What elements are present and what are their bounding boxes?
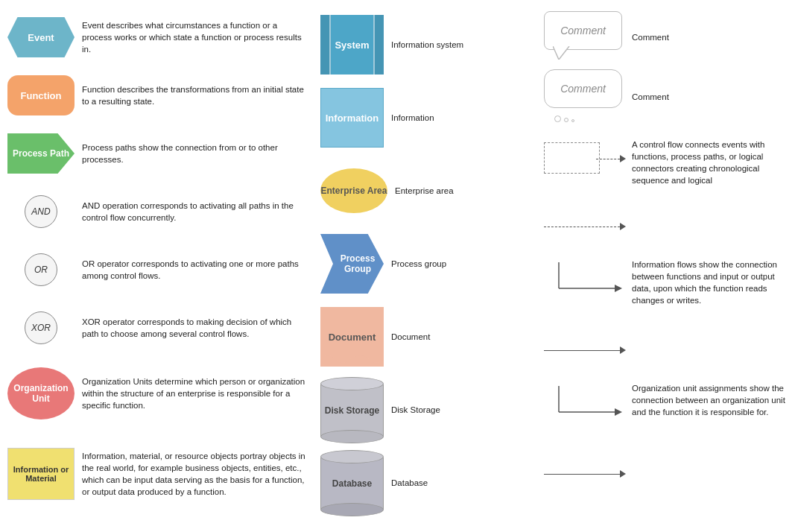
information-row: Information Information bbox=[320, 84, 529, 151]
info-flow-svg bbox=[544, 259, 626, 303]
system-row: System Information system bbox=[320, 11, 529, 78]
xor-row: XOR XOR operator corresponds to making d… bbox=[7, 302, 305, 354]
comment1-bubble: Comment bbox=[544, 11, 622, 50]
info-flow2-line bbox=[544, 350, 620, 351]
org-flow-shape-container bbox=[544, 382, 626, 427]
system-shape-container: System bbox=[320, 15, 384, 75]
database-top bbox=[320, 450, 384, 463]
function-shape: Function bbox=[7, 75, 75, 115]
process-group-shape-container: Process Group bbox=[320, 234, 384, 294]
comment2-bubble: Comment bbox=[544, 69, 622, 108]
disk-label: Disk Storage bbox=[391, 405, 440, 414]
comment1-tail-icon bbox=[553, 46, 575, 60]
disk-bottom bbox=[320, 430, 384, 443]
dashed-arrow-container bbox=[544, 223, 626, 230]
function-row: Function Function describes the transfor… bbox=[7, 69, 305, 121]
comment2-desc: Comment bbox=[632, 91, 669, 103]
disk-top bbox=[320, 377, 384, 390]
dot-medium bbox=[564, 118, 568, 122]
col3: Comment Comment Comment Comment bbox=[536, 7, 795, 520]
information-shape: Information bbox=[320, 88, 384, 148]
info-flow-desc: Information flows show the connection be… bbox=[632, 259, 788, 306]
or-row: OR OR operator corresponds to activating… bbox=[7, 244, 305, 296]
org-unit-row: Organization Unit Organization Units det… bbox=[7, 360, 305, 427]
or-desc: OR operator corresponds to activating on… bbox=[82, 258, 305, 282]
org-flow-arrowhead-icon bbox=[615, 408, 622, 416]
process-path-row: Process Path Process paths show the conn… bbox=[7, 127, 305, 180]
xor-shape-container: XOR bbox=[7, 311, 75, 344]
org-flow2-arrowhead-icon bbox=[620, 470, 626, 478]
org-flow-row: Organization unit assignments show the c… bbox=[544, 379, 788, 446]
dashed-arrow-row bbox=[544, 204, 788, 249]
document-label: Document bbox=[391, 332, 430, 341]
xor-desc: XOR operator corresponds to making decis… bbox=[82, 316, 305, 340]
database-shape: Database bbox=[320, 449, 384, 516]
org-flow-svg bbox=[544, 382, 626, 427]
dot-large bbox=[554, 115, 561, 122]
database-shape-container: Database bbox=[320, 449, 384, 516]
enterprise-shape: Enterprise Area bbox=[320, 168, 387, 213]
col2: System Information system Information In… bbox=[313, 7, 536, 520]
org-flow2-line bbox=[544, 474, 620, 475]
dashed-arrow-line bbox=[544, 227, 620, 227]
control-flow-box bbox=[544, 142, 600, 174]
document-shape: Document bbox=[320, 307, 384, 367]
function-shape-container: Function bbox=[7, 75, 75, 115]
comment1-desc: Comment bbox=[632, 31, 669, 43]
control-flow-arrowhead-icon bbox=[620, 155, 626, 162]
info-flow2-arrowhead-icon bbox=[620, 346, 626, 354]
org-flow2-row bbox=[544, 452, 788, 496]
legend-page: Event Event describes what circumstances… bbox=[0, 0, 795, 528]
information-shape-container: Information bbox=[320, 88, 384, 148]
document-shape-container: Document bbox=[320, 307, 384, 367]
disk-body: Disk Storage bbox=[320, 384, 384, 437]
org-flow-desc: Organization unit assignments show the c… bbox=[632, 382, 788, 418]
process-path-shape: Process Path bbox=[7, 133, 75, 174]
process-group-row: Process Group Process group bbox=[320, 230, 529, 297]
info-flow-row: Information flows show the connection be… bbox=[544, 255, 788, 322]
control-flow-desc: A control flow connects events with func… bbox=[632, 139, 788, 186]
and-desc: AND operation corresponds to activating … bbox=[82, 200, 305, 224]
disk-row: Disk Storage Disk Storage bbox=[320, 376, 529, 443]
thought-dots bbox=[554, 115, 574, 122]
info-mat-desc: Information, material, or resource objec… bbox=[82, 450, 305, 498]
control-flow-row: A control flow connects events with func… bbox=[544, 131, 788, 198]
control-flow-arrow bbox=[596, 155, 626, 162]
database-body: Database bbox=[320, 457, 384, 510]
comment1-shape-container: Comment bbox=[544, 11, 626, 63]
process-group-shape: Process Group bbox=[320, 234, 384, 294]
event-shape-container: Event bbox=[7, 17, 75, 57]
database-label: Database bbox=[391, 478, 428, 487]
org-unit-shape-container: Organization Unit bbox=[7, 367, 75, 419]
disk-shape: Disk Storage bbox=[320, 376, 384, 443]
control-flow-shape-container bbox=[544, 139, 626, 180]
org-unit-shape: Organization Unit bbox=[7, 367, 75, 419]
disk-shape-container: Disk Storage bbox=[320, 376, 384, 443]
dashed-arrow-head-icon bbox=[620, 223, 626, 230]
enterprise-row: Enterprise Area Enterprise area bbox=[320, 157, 529, 224]
database-bottom bbox=[320, 503, 384, 516]
info-mat-row: Information or Material Information, mat… bbox=[7, 433, 305, 515]
and-row: AND AND operation corresponds to activat… bbox=[7, 186, 305, 238]
and-shape-container: AND bbox=[7, 195, 75, 228]
org-flow2-container bbox=[544, 470, 626, 478]
system-shape: System bbox=[320, 15, 384, 75]
info-flow2-row bbox=[544, 328, 788, 373]
and-shape: AND bbox=[25, 195, 57, 228]
enterprise-shape-container: Enterprise Area bbox=[320, 168, 387, 213]
system-label: Information system bbox=[391, 40, 463, 49]
enterprise-label: Enterprise area bbox=[395, 186, 454, 195]
info-mat-shape-container: Information or Material bbox=[7, 448, 75, 500]
control-flow-line bbox=[596, 159, 620, 159]
process-group-label: Process group bbox=[391, 259, 446, 268]
function-desc: Function describes the transformations f… bbox=[82, 83, 305, 107]
col1: Event Event describes what circumstances… bbox=[0, 7, 313, 520]
info-flow-shape-container bbox=[544, 259, 626, 303]
database-row: Database Database bbox=[320, 449, 529, 516]
or-shape-container: OR bbox=[7, 253, 75, 286]
event-shape: Event bbox=[7, 17, 75, 57]
info-mat-shape: Information or Material bbox=[7, 448, 75, 500]
xor-shape: XOR bbox=[25, 311, 57, 344]
document-row: Document Document bbox=[320, 303, 529, 370]
dot-small bbox=[571, 119, 574, 122]
